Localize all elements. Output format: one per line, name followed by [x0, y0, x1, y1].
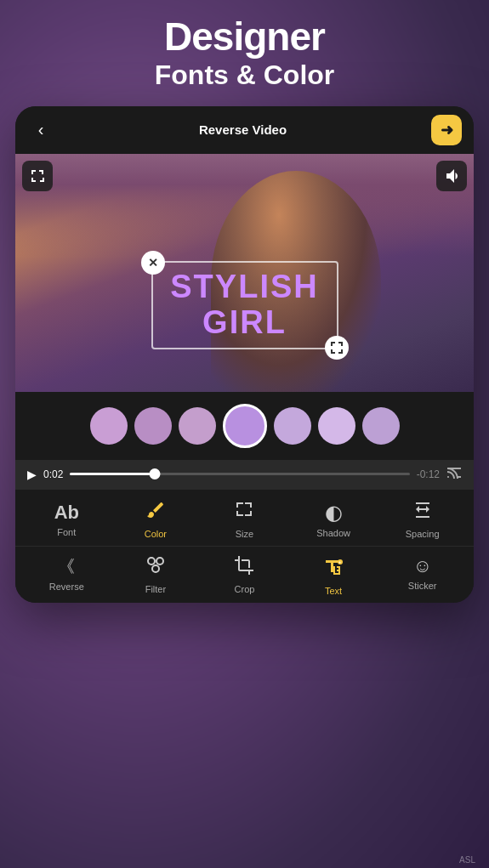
filter-icon — [145, 555, 166, 581]
svg-point-0 — [148, 558, 155, 564]
color-icon — [145, 500, 166, 525]
reverse-icon: 《 — [58, 555, 75, 578]
reverse-label: Reverse — [49, 582, 84, 592]
tool-shadow[interactable]: ◐ Shadow — [308, 501, 359, 538]
text-overlay[interactable]: ✕ STYLISH GIRL — [151, 261, 338, 349]
nav-text[interactable]: + Text — [308, 555, 359, 596]
play-button[interactable]: ▶ — [27, 468, 37, 481]
svg-text:+: + — [338, 559, 341, 564]
color-swatch-3[interactable] — [179, 407, 216, 445]
tool-spacing[interactable]: Spacing — [397, 500, 448, 539]
tool-color[interactable]: Color — [130, 500, 181, 539]
video-controls-overlay — [22, 161, 53, 191]
spacing-label: Spacing — [406, 529, 440, 539]
expand-text-button[interactable] — [325, 336, 349, 360]
filter-label: Filter — [145, 584, 166, 594]
nav-sticker[interactable]: ☺ Sticker — [397, 555, 448, 591]
progress-track[interactable] — [70, 473, 409, 475]
progress-thumb[interactable] — [150, 468, 161, 479]
time-end: -0:12 — [417, 468, 440, 480]
phone-topbar: ‹ Reverse Video ➜ — [15, 106, 474, 154]
svg-point-2 — [152, 565, 159, 572]
resize-button[interactable] — [22, 161, 53, 191]
color-swatch-2[interactable] — [134, 407, 172, 445]
video-area: ✕ STYLISH GIRL — [15, 154, 474, 392]
sticker-icon: ☺ — [412, 555, 431, 577]
header-section: Designer Fonts & Color — [0, 0, 489, 99]
header-line1: Designer — [17, 15, 472, 59]
tool-bar: Ab Font Color Size ◐ Shadow — [15, 489, 474, 546]
tool-size[interactable]: Size — [219, 500, 270, 539]
font-label: Font — [57, 527, 76, 537]
svg-point-1 — [156, 558, 163, 564]
sound-button[interactable] — [436, 161, 467, 191]
text-icon: + — [322, 555, 344, 582]
bottom-nav: 《 Reverse Filter Crop — [15, 546, 474, 603]
shadow-icon: ◐ — [325, 501, 343, 525]
nav-crop[interactable]: Crop — [219, 555, 270, 594]
sticker-label: Sticker — [408, 581, 437, 591]
color-swatch-7[interactable] — [362, 407, 400, 445]
text-label: Text — [325, 586, 342, 596]
close-text-button[interactable]: ✕ — [141, 251, 165, 275]
spacing-icon — [412, 500, 433, 525]
color-label: Color — [145, 529, 167, 539]
nav-reverse[interactable]: 《 Reverse — [41, 555, 92, 592]
cast-icon[interactable] — [446, 467, 462, 482]
progress-bar-row: ▶ 0:02 -0:12 — [15, 460, 474, 489]
back-button[interactable]: ‹ — [27, 116, 54, 144]
overlay-text: STYLISH GIRL — [167, 269, 323, 341]
color-swatches — [15, 392, 474, 460]
crop-icon — [234, 555, 254, 581]
forward-button[interactable]: ➜ — [431, 115, 462, 145]
color-swatch-6[interactable] — [318, 407, 355, 445]
crop-label: Crop — [235, 584, 255, 594]
phone-card: ‹ Reverse Video ➜ ✕ STYLISH — [15, 106, 474, 603]
color-swatch-5[interactable] — [274, 407, 311, 445]
font-icon: Ab — [54, 502, 79, 524]
color-swatch-4-active[interactable] — [223, 404, 267, 448]
tool-font[interactable]: Ab Font — [41, 502, 92, 537]
time-current: 0:02 — [43, 468, 63, 480]
size-icon — [234, 500, 254, 525]
progress-fill — [70, 473, 155, 475]
nav-filter[interactable]: Filter — [130, 555, 181, 594]
color-swatch-1[interactable] — [90, 407, 128, 445]
watermark: ASL — [459, 855, 475, 865]
size-label: Size — [236, 529, 253, 539]
header-line2: Fonts & Color — [17, 59, 472, 91]
shadow-label: Shadow — [316, 528, 350, 538]
topbar-title: Reverse Video — [199, 122, 287, 137]
